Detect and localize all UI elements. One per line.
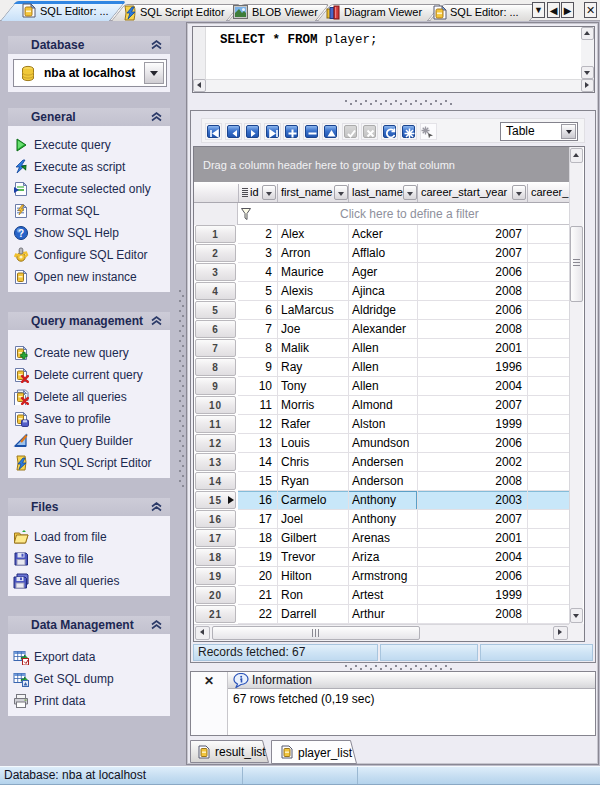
- svg-text:?: ?: [18, 228, 24, 239]
